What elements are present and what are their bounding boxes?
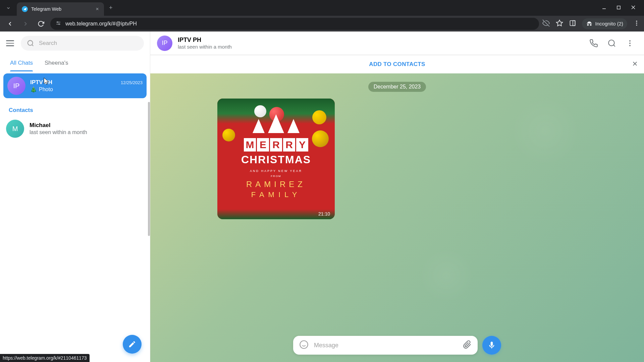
avatar[interactable]: IP	[157, 36, 172, 51]
chat-menu-button[interactable]	[623, 36, 637, 51]
message-photo[interactable]: MERRY CHRISTMAS AND HAPPY NEW YEAR FROM …	[217, 99, 335, 219]
contact-status: last seen within a month	[30, 129, 87, 135]
svg-point-14	[636, 24, 637, 25]
reading-list-button[interactable]	[569, 20, 576, 28]
svg-point-24	[300, 341, 308, 348]
microphone-icon	[487, 341, 496, 350]
telegram-favicon-icon	[22, 6, 28, 12]
tab-title: Telegram Web	[31, 6, 61, 12]
sidebar: Search All Chats Sheena's IP IPTV PH 12/…	[0, 32, 150, 362]
browser-tab-strip: Telegram Web ✕ +	[0, 0, 644, 16]
preview-emoji: 🎄	[30, 86, 37, 93]
new-tab-button[interactable]: +	[109, 4, 113, 11]
add-to-contacts-bar: ADD TO CONTACTS	[150, 55, 644, 73]
svg-point-17	[608, 40, 614, 46]
svg-point-6	[57, 21, 58, 22]
window-maximize-button[interactable]	[616, 5, 621, 11]
contacts-section-label: Contacts	[0, 100, 150, 117]
avatar: M	[6, 120, 24, 138]
address-bar[interactable]: web.telegram.org/k/#@iptvPH	[50, 18, 539, 30]
card-sub1: AND HAPPY NEW YEAR	[250, 169, 302, 173]
contact-item-michael[interactable]: M Michael last seen within a month	[0, 117, 150, 140]
call-button[interactable]	[586, 36, 601, 51]
contact-name: Michael	[30, 122, 87, 129]
incognito-icon	[586, 20, 593, 27]
window-minimize-button[interactable]	[602, 5, 606, 11]
bookmark-star-button[interactable]	[556, 19, 563, 28]
svg-point-7	[59, 23, 60, 24]
svg-rect-11	[573, 20, 575, 25]
back-button[interactable]	[4, 18, 16, 30]
message-time: 21:10	[318, 211, 330, 217]
message-input[interactable]	[314, 342, 458, 349]
dismiss-bar-button[interactable]	[632, 61, 638, 68]
svg-line-18	[613, 45, 615, 47]
sidebar-header: Search	[0, 32, 150, 55]
main-menu-button[interactable]	[6, 39, 14, 47]
url-text: web.telegram.org/k/#@iptvPH	[65, 21, 137, 27]
card-family2: FAMILY	[251, 190, 301, 199]
preview-text: Photo	[39, 86, 53, 93]
card-christmas: CHRISTMAS	[241, 154, 311, 166]
search-placeholder: Search	[39, 40, 57, 47]
browser-menu-button[interactable]	[633, 20, 640, 28]
tab-search-button[interactable]	[3, 3, 13, 13]
date-separator: December 25, 2023	[368, 82, 426, 92]
emoji-button[interactable]	[299, 340, 309, 351]
incognito-label: Incognito (2)	[595, 21, 623, 26]
eye-off-icon[interactable]	[542, 19, 550, 28]
tab-close-button[interactable]: ✕	[96, 7, 99, 11]
avatar: IP	[7, 77, 25, 95]
search-in-chat-button[interactable]	[604, 36, 619, 51]
window-close-button[interactable]	[631, 5, 636, 11]
svg-point-13	[636, 22, 637, 23]
new-message-button[interactable]	[123, 335, 142, 354]
pencil-icon	[128, 340, 136, 348]
folder-tabs: All Chats Sheena's	[0, 55, 150, 71]
chat-title: IPTV PH	[178, 37, 581, 44]
chat-list: IP IPTV PH 12/25/2023 🎄 Photo	[0, 71, 150, 100]
svg-rect-1	[617, 6, 620, 9]
tab-custom[interactable]: Sheena's	[45, 55, 68, 71]
search-icon	[27, 40, 34, 47]
site-settings-icon[interactable]	[55, 20, 61, 27]
chat-item-iptvph[interactable]: IP IPTV PH 12/25/2023 🎄 Photo	[3, 73, 147, 98]
incognito-badge[interactable]: Incognito (2)	[582, 18, 627, 29]
chat-subtitle: last seen within a month	[178, 44, 581, 50]
svg-point-12	[636, 20, 637, 21]
telegram-app: Search All Chats Sheena's IP IPTV PH 12/…	[0, 32, 644, 362]
voice-message-button[interactable]	[482, 336, 501, 355]
svg-line-16	[32, 45, 33, 46]
forward-button[interactable]	[19, 18, 32, 30]
card-merry: MERRY	[244, 138, 308, 152]
chat-date: 12/25/2023	[121, 80, 143, 85]
svg-point-21	[629, 45, 631, 46]
browser-toolbar: web.telegram.org/k/#@iptvPH Incognito (2…	[0, 16, 644, 32]
svg-point-15	[28, 41, 33, 46]
card-family1: RAMIREZ	[246, 180, 306, 189]
svg-point-20	[629, 43, 631, 44]
chat-pane: IP IPTV PH last seen within a month ADD …	[150, 32, 644, 362]
message-composer	[293, 336, 478, 355]
chat-header-info[interactable]: IPTV PH last seen within a month	[178, 37, 581, 50]
svg-marker-9	[556, 20, 562, 25]
scrollbar[interactable]	[148, 102, 150, 362]
reload-button[interactable]	[35, 18, 47, 30]
chat-name: IPTV PH	[30, 79, 52, 86]
chat-header: IP IPTV PH last seen within a month	[150, 32, 644, 55]
tab-all-chats[interactable]: All Chats	[10, 55, 33, 71]
card-sub2: FROM	[271, 175, 281, 178]
messages-area[interactable]: December 25, 2023 MERRY CHRISTMAS AND HA…	[150, 73, 644, 362]
add-to-contacts-button[interactable]: ADD TO CONTACTS	[369, 61, 425, 68]
attach-button[interactable]	[463, 340, 472, 350]
search-input[interactable]: Search	[21, 36, 144, 51]
browser-tab[interactable]: Telegram Web ✕	[17, 2, 104, 16]
status-bar-link: https://web.telegram.org/k/#2110461173	[0, 354, 90, 362]
svg-point-19	[629, 40, 631, 42]
